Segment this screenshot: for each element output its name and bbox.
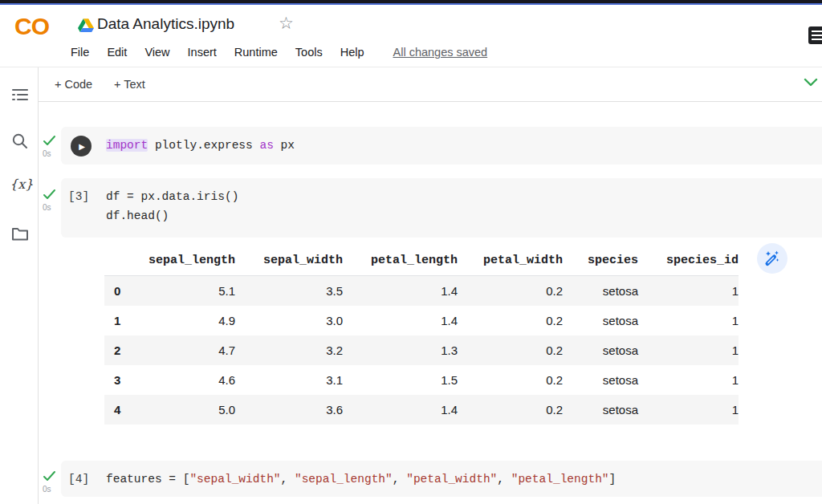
dataframe-output-table: sepal_length sepal_width petal_length pe… xyxy=(104,246,739,425)
table-row: 3 4.6 3.1 1.5 0.2 setosa 1 xyxy=(104,365,739,395)
cell-value: 1 xyxy=(638,335,739,365)
star-icon[interactable]: ☆ xyxy=(279,14,294,33)
cell1-exec-time: 0s xyxy=(43,149,51,158)
cell-index: 1 xyxy=(104,306,138,335)
execution-count: [3] xyxy=(68,187,89,206)
code-token: features = [ xyxy=(106,473,189,486)
cell-value: setosa xyxy=(563,335,638,365)
variables-icon[interactable]: {x} xyxy=(10,177,33,194)
cell1-success-check-icon xyxy=(43,134,57,147)
cell-value: 1.4 xyxy=(343,276,458,307)
cell-value: 3.1 xyxy=(235,365,343,395)
cell-value: setosa xyxy=(563,365,638,395)
cell-value: 3.6 xyxy=(235,395,343,425)
run-cell-button[interactable]: ▶ xyxy=(71,136,92,156)
menu-tools[interactable]: Tools xyxy=(295,46,323,59)
code-token: ] xyxy=(609,473,616,486)
cell3-exec-time: 0s xyxy=(43,485,51,494)
table-row: 2 4.7 3.2 1.3 0.2 setosa 1 xyxy=(104,335,739,365)
cell-value: 0.2 xyxy=(458,365,563,395)
col-petal-width: petal_width xyxy=(458,246,563,276)
code-cell-3[interactable]: [4] features = ["sepal_width", "sepal_le… xyxy=(61,461,822,497)
menu-view[interactable]: View xyxy=(144,46,169,59)
cell-index: 2 xyxy=(104,335,138,365)
cell-value: 1.3 xyxy=(343,335,458,365)
code-editor[interactable]: df = px.data.iris()df.head() xyxy=(106,187,238,226)
cell-index: 4 xyxy=(104,395,138,425)
col-sepal-width: sepal_width xyxy=(235,246,343,276)
code-cell-1[interactable]: ▶ import plotly.express as px xyxy=(61,127,822,165)
code-token-string: "petal_width" xyxy=(406,473,497,486)
cell-value: 4.6 xyxy=(138,365,235,395)
table-row: 1 4.9 3.0 1.4 0.2 setosa 1 xyxy=(104,306,739,335)
code-token-keyword: as xyxy=(259,139,273,152)
col-species: species xyxy=(563,246,638,276)
cell-value: 1 xyxy=(638,306,739,335)
left-sidebar: {x} xyxy=(0,67,39,504)
header: CO Data Analytics.ipynb ☆ File Edit View… xyxy=(0,5,822,67)
code-token-string: "sepal_length" xyxy=(295,473,393,486)
menu-runtime[interactable]: Runtime xyxy=(234,46,278,59)
code-token-string: "sepal_width" xyxy=(189,473,280,486)
cell-value: 4.7 xyxy=(138,335,235,365)
cell-value: 3.2 xyxy=(235,335,343,365)
code-editor-line[interactable]: import plotly.express as px xyxy=(106,136,295,155)
cell-value: 1 xyxy=(638,395,739,425)
notebook-title[interactable]: Data Analytics.ipynb xyxy=(97,15,234,33)
col-petal-length: petal_length xyxy=(343,246,458,276)
cell-value: setosa xyxy=(563,395,638,425)
cell-value: 5.0 xyxy=(138,395,235,425)
cell-index: 0 xyxy=(104,276,138,307)
cell-value: 1.4 xyxy=(343,306,458,335)
table-of-contents-icon[interactable] xyxy=(11,87,29,104)
menu-edit[interactable]: Edit xyxy=(107,46,127,59)
menu-help[interactable]: Help xyxy=(340,46,364,59)
cell-index: 3 xyxy=(104,365,138,395)
col-species-id: species_id xyxy=(638,246,739,276)
search-icon[interactable] xyxy=(11,132,29,150)
cell-value: 0.2 xyxy=(458,335,563,365)
table-row: 0 5.1 3.5 1.4 0.2 setosa 1 xyxy=(104,276,739,307)
cell-value: 5.1 xyxy=(138,276,235,307)
code-token: , xyxy=(393,473,406,486)
comments-icon[interactable] xyxy=(808,26,822,44)
code-token: px xyxy=(274,139,295,152)
chevron-down-icon[interactable] xyxy=(803,75,819,90)
menu-insert[interactable]: Insert xyxy=(188,46,217,59)
code-token: , xyxy=(281,473,295,486)
cell-value: 0.2 xyxy=(458,395,563,425)
cell-value: setosa xyxy=(563,276,638,307)
add-code-button[interactable]: + Code xyxy=(55,67,92,101)
cell-value: 3.5 xyxy=(235,276,343,307)
code-editor-line[interactable]: features = ["sepal_width", "sepal_length… xyxy=(106,469,616,489)
cell-toolbar: + Code + Text xyxy=(39,67,822,102)
cell-value: 1 xyxy=(638,276,739,307)
col-sepal-length: sepal_length xyxy=(138,246,235,276)
cell-value: 4.9 xyxy=(138,306,235,335)
code-token: , xyxy=(497,473,511,486)
cell2-success-check-icon xyxy=(43,188,57,201)
magic-wand-icon xyxy=(763,249,782,268)
menu-file[interactable]: File xyxy=(71,46,89,59)
cell3-success-check-icon xyxy=(43,469,57,482)
add-text-button[interactable]: + Text xyxy=(114,67,145,101)
table-header-row: sepal_length sepal_width petal_length pe… xyxy=(104,246,739,276)
table-row: 4 5.0 3.6 1.4 0.2 setosa 1 xyxy=(104,395,739,425)
cell-value: 0.2 xyxy=(458,276,563,307)
save-status-link[interactable]: All changes saved xyxy=(393,46,488,59)
code-line: df = px.data.iris() xyxy=(106,190,238,203)
code-cell-2[interactable]: [3] df = px.data.iris()df.head() xyxy=(61,178,822,238)
menubar: File Edit View Insert Runtime Tools Help… xyxy=(71,46,487,59)
cell-value: setosa xyxy=(563,306,638,335)
colab-logo-icon[interactable]: CO xyxy=(14,13,49,40)
code-token: plotly.express xyxy=(148,139,259,152)
col-index xyxy=(104,246,138,276)
execution-count: [4] xyxy=(68,469,89,489)
cell-value: 1 xyxy=(638,365,739,395)
colab-window: CO Data Analytics.ipynb ☆ File Edit View… xyxy=(0,0,822,504)
files-folder-icon[interactable] xyxy=(11,225,29,242)
google-drive-icon xyxy=(78,18,94,33)
suggest-charts-button[interactable] xyxy=(757,243,787,274)
cell-value: 3.0 xyxy=(235,306,343,335)
cell-value: 0.2 xyxy=(458,306,563,335)
